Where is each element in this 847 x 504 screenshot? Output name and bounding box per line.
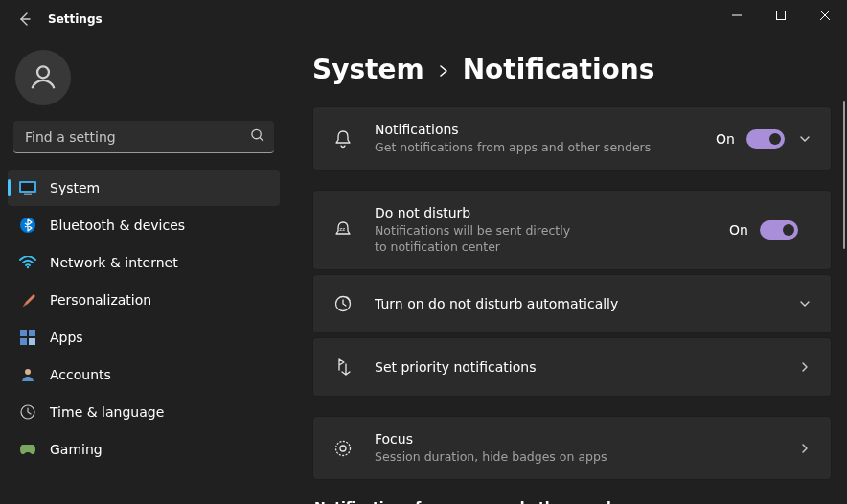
svg-point-1	[37, 66, 49, 78]
card-title: Set priority notifications	[375, 358, 798, 376]
card-focus[interactable]: Focus Session duration, hide badges on a…	[312, 416, 832, 480]
sidebar-item-label: Personalization	[50, 292, 151, 308]
svg-point-2	[252, 129, 261, 138]
sidebar-item-label: Gaming	[50, 442, 103, 457]
svg-rect-5	[24, 194, 32, 195]
toggle-status: On	[729, 222, 748, 238]
chevron-right-icon[interactable]	[798, 442, 812, 455]
chevron-right-icon	[438, 63, 449, 82]
dnd-toggle[interactable]	[760, 220, 798, 240]
bluetooth-icon	[19, 217, 36, 234]
sidebar-item-time[interactable]: Time & language	[8, 394, 280, 430]
svg-text:zz: zz	[339, 226, 345, 232]
sidebar-item-network[interactable]: Network & internet	[8, 244, 280, 281]
sidebar-item-personalization[interactable]: Personalization	[8, 282, 280, 318]
svg-rect-4	[21, 183, 34, 191]
sidebar-item-bluetooth[interactable]: Bluetooth & devices	[8, 207, 280, 243]
breadcrumb-parent[interactable]: System	[312, 54, 424, 85]
back-button[interactable]	[15, 10, 34, 29]
notifications-toggle[interactable]	[746, 129, 785, 149]
close-icon	[820, 11, 830, 20]
search-input[interactable]	[13, 121, 274, 153]
sidebar-item-gaming[interactable]: Gaming	[8, 431, 280, 468]
clock-globe-icon	[19, 403, 36, 421]
card-notifications[interactable]: Notifications Get notifications from app…	[312, 106, 832, 171]
sidebar-item-system[interactable]: System	[8, 170, 280, 206]
svg-rect-0	[777, 11, 786, 20]
avatar[interactable]	[15, 50, 71, 105]
svg-point-16	[336, 441, 351, 455]
maximize-button[interactable]	[759, 0, 803, 31]
toggle-status: On	[716, 131, 735, 147]
titlebar: Settings	[0, 0, 847, 38]
sidebar-item-apps[interactable]: Apps	[8, 319, 280, 355]
clock-arrow-icon	[332, 294, 354, 313]
card-do-not-disturb[interactable]: zz Do not disturb Notifications will be …	[312, 190, 832, 270]
svg-rect-11	[29, 338, 35, 345]
sidebar-item-label: Bluetooth & devices	[50, 218, 185, 233]
account-icon	[19, 366, 36, 383]
focus-icon	[332, 439, 354, 458]
chevron-down-icon[interactable]	[798, 132, 812, 146]
bell-icon	[332, 129, 354, 149]
card-subtitle: Get notifications from apps and other se…	[375, 140, 716, 156]
scrollbar[interactable]	[843, 101, 845, 249]
apps-icon	[19, 329, 36, 346]
breadcrumb-current: Notifications	[463, 54, 655, 85]
card-title: Notifications	[375, 121, 716, 138]
system-icon	[19, 179, 36, 196]
sidebar-item-label: Accounts	[50, 367, 111, 382]
card-title: Do not disturb	[375, 204, 729, 221]
app-title: Settings	[48, 12, 103, 26]
dnd-icon: zz	[332, 220, 354, 240]
minimize-icon	[732, 11, 742, 20]
arrow-left-icon	[17, 11, 33, 27]
sidebar-item-label: Time & language	[50, 404, 164, 420]
sidebar-item-label: Apps	[50, 330, 83, 345]
card-title: Turn on do not disturb automatically	[375, 295, 798, 312]
sidebar-item-label: Network & internet	[50, 255, 178, 270]
gamepad-icon	[19, 441, 36, 458]
sidebar: System Bluetooth & devices Network & int…	[0, 38, 287, 504]
svg-point-7	[27, 266, 29, 268]
card-subtitle: Session duration, hide badges on apps	[375, 449, 798, 466]
minimize-button[interactable]	[715, 0, 759, 31]
svg-rect-10	[20, 338, 27, 345]
svg-point-12	[25, 369, 31, 375]
chevron-right-icon[interactable]	[798, 360, 812, 374]
svg-point-17	[340, 446, 346, 451]
svg-rect-9	[29, 330, 35, 336]
person-icon	[27, 61, 59, 94]
paintbrush-icon	[19, 291, 36, 309]
svg-rect-8	[20, 330, 27, 336]
wifi-icon	[19, 254, 36, 271]
section-header-apps: Notifications from apps and other sender…	[314, 499, 832, 504]
breadcrumb: System Notifications	[312, 54, 832, 85]
search-icon	[250, 128, 264, 147]
priority-icon	[332, 357, 354, 377]
sidebar-item-accounts[interactable]: Accounts	[8, 356, 280, 393]
main-content: System Notifications Notifications Get n…	[287, 38, 847, 504]
maximize-icon	[776, 11, 786, 20]
chevron-down-icon[interactable]	[798, 297, 812, 310]
card-subtitle: Notifications will be sent directly to n…	[375, 223, 585, 256]
card-auto-dnd[interactable]: Turn on do not disturb automatically	[312, 274, 832, 333]
close-button[interactable]	[803, 0, 847, 31]
card-priority-notifications[interactable]: Set priority notifications	[312, 337, 832, 397]
card-title: Focus	[375, 430, 798, 447]
sidebar-item-label: System	[50, 180, 100, 195]
